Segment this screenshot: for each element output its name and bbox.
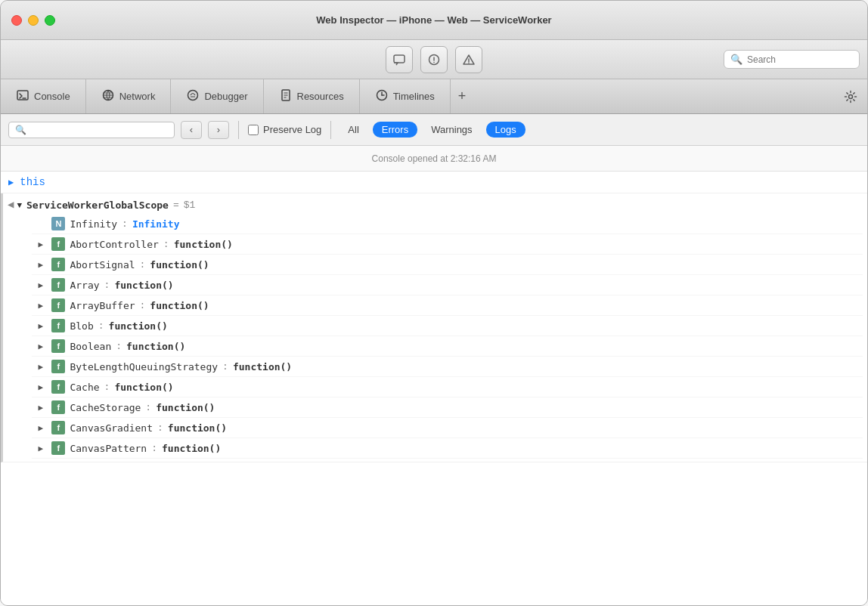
prop-key: ArrayBuffer (70, 300, 135, 311)
scope-eq: = (173, 199, 179, 211)
add-tab-button[interactable]: + (451, 79, 474, 113)
prop-colon: : (157, 422, 163, 434)
scope-name: ServiceWorkerGlobalScope (26, 199, 169, 211)
list-item[interactable]: N Infinity : Infinity (32, 214, 863, 234)
properties-list: N Infinity : Infinity ▶ f AbortControlle… (17, 214, 863, 459)
close-button[interactable] (11, 15, 22, 26)
filter-search-box[interactable]: 🔍 (8, 122, 175, 138)
back-arrow-icon[interactable]: ◀ (8, 196, 14, 211)
list-item[interactable]: ▶ f CanvasPattern : function() (32, 438, 863, 459)
console-info-bar: Console opened at 2:32:16 AM (1, 146, 867, 172)
scope-header[interactable]: ▼ ServiceWorkerGlobalScope = $1 (17, 196, 863, 214)
f-icon: f (51, 298, 65, 312)
n-icon: N (51, 217, 65, 230)
traffic-lights (11, 15, 55, 26)
minimize-button[interactable] (28, 15, 39, 26)
filter-all-button[interactable]: All (340, 122, 366, 138)
title-bar: Web Inspector — iPhone — Web — ServiceWo… (1, 1, 867, 40)
tab-debugger-label: Debugger (204, 91, 247, 102)
global-search-box[interactable]: 🔍 (724, 50, 860, 69)
alert-icon-button[interactable] (420, 46, 448, 73)
scope-content: ▼ ServiceWorkerGlobalScope = $1 N Infini… (17, 196, 863, 459)
prop-colon: : (116, 341, 122, 352)
list-item[interactable]: ▶ f ByteLengthQueuingStrategy : function… (32, 357, 863, 377)
prop-colon: : (145, 402, 151, 413)
prop-expand-icon: ▶ (38, 342, 47, 351)
f-icon: f (51, 441, 65, 455)
message-icon-button[interactable] (386, 46, 413, 73)
top-toolbar: 🔍 (1, 40, 867, 79)
next-arrow-button[interactable]: › (208, 121, 229, 139)
prop-value: function() (174, 239, 233, 250)
prop-value: function() (150, 300, 209, 311)
prop-key: CanvasGradient (70, 422, 153, 434)
f-icon: f (51, 319, 65, 332)
filter-errors-button[interactable]: Errors (373, 122, 417, 138)
list-item[interactable]: ▶ f Cache : function() (32, 377, 863, 397)
prop-value: function() (114, 382, 173, 393)
list-item[interactable]: ▶ f AbortSignal : function() (32, 255, 863, 275)
prop-value: function() (109, 320, 168, 332)
filter-bar: 🔍 ‹ › Preserve Log All Errors Warnings L… (1, 114, 867, 146)
prop-value: function() (150, 259, 209, 271)
prop-colon: : (104, 382, 110, 393)
search-input[interactable] (747, 54, 853, 65)
tab-network[interactable]: Network (86, 79, 172, 113)
filter-warnings-button[interactable]: Warnings (423, 122, 479, 138)
filter-search-icon: 🔍 (15, 125, 26, 135)
prop-expand-icon: ▶ (38, 444, 47, 453)
settings-icon[interactable] (834, 79, 867, 113)
svg-point-3 (433, 61, 435, 63)
tab-timelines-label: Timelines (393, 91, 435, 102)
f-icon: f (51, 237, 65, 251)
tab-resources[interactable]: Resources (264, 79, 360, 113)
prop-value: function() (168, 422, 227, 434)
prop-expand-icon: ▶ (38, 240, 47, 249)
maximize-button[interactable] (45, 15, 55, 26)
list-item[interactable]: ▶ f Boolean : function() (32, 336, 863, 357)
filter-divider-2 (330, 121, 331, 139)
prop-key: CacheStorage (70, 402, 141, 413)
f-icon: f (51, 339, 65, 353)
f-icon: f (51, 278, 65, 292)
console-content: ▶ this ◀ ▼ ServiceWorkerGlobalScope = $1 (1, 172, 867, 606)
list-item[interactable]: ▶ f CanvasGradient : function() (32, 418, 863, 438)
prop-colon: : (140, 300, 146, 311)
prop-expand-icon: ▶ (38, 301, 47, 311)
svg-rect-0 (394, 55, 405, 63)
prop-key: ByteLengthQueuingStrategy (70, 361, 218, 373)
preserve-log-checkbox[interactable] (248, 125, 259, 135)
preserve-log-text: Preserve Log (263, 124, 321, 135)
prop-key: AbortSignal (70, 259, 135, 271)
tab-debugger[interactable]: Debugger (171, 79, 263, 113)
prev-arrow-button[interactable]: ‹ (181, 121, 202, 139)
tab-console[interactable]: Console (1, 79, 86, 113)
prop-key: Array (70, 280, 99, 291)
search-icon: 🔍 (730, 54, 742, 65)
prop-value: function() (114, 280, 173, 291)
prop-expand-icon: ▶ (38, 423, 47, 433)
prop-expand-icon: ▶ (38, 382, 47, 392)
console-icon (16, 88, 29, 105)
preserve-log-label[interactable]: Preserve Log (248, 124, 321, 135)
list-item[interactable]: ▶ f ArrayBuffer : function() (32, 295, 863, 316)
list-item[interactable]: ▶ f Array : function() (32, 275, 863, 295)
prop-key: Infinity (70, 218, 117, 230)
list-item[interactable]: ▶ f AbortController : function() (32, 234, 863, 255)
resources-icon (279, 88, 293, 105)
list-item[interactable]: ▶ f CacheStorage : function() (32, 397, 863, 418)
prop-key: Boolean (70, 341, 111, 352)
main-content: Console opened at 2:32:16 AM ▶ this ◀ ▼ … (1, 146, 867, 606)
prop-key: CanvasPattern (70, 443, 147, 454)
this-row[interactable]: ▶ this (1, 172, 867, 193)
tab-timelines[interactable]: Timelines (360, 79, 451, 113)
svg-point-12 (188, 90, 198, 100)
list-item[interactable]: ▶ f Blob : function() (32, 316, 863, 336)
prop-colon: : (98, 320, 104, 332)
warning-icon-button[interactable] (455, 46, 482, 73)
filter-logs-button[interactable]: Logs (486, 122, 525, 138)
scope-expand-icon: ▼ (17, 201, 22, 210)
tab-resources-label: Resources (297, 91, 344, 102)
prop-expand-icon: ▶ (38, 280, 47, 290)
filter-search-input[interactable] (29, 125, 166, 135)
